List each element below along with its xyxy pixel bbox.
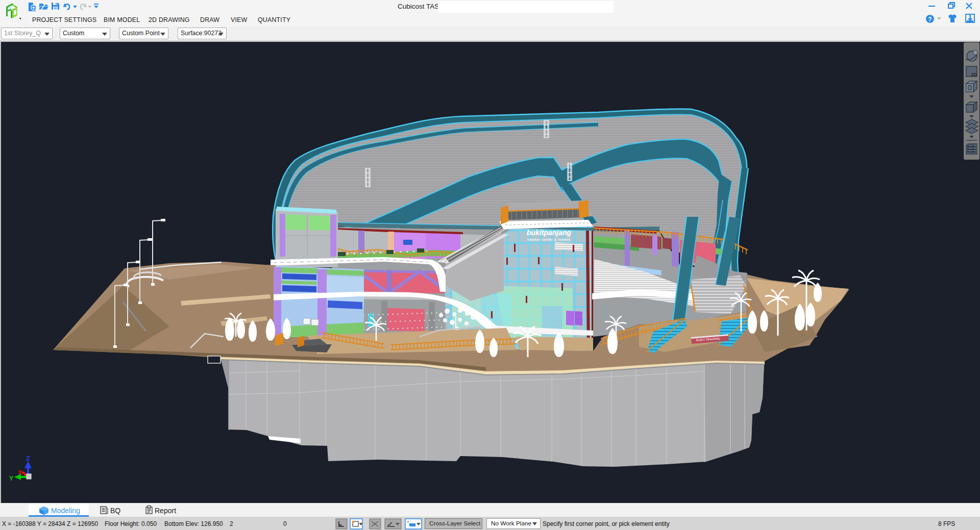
- svg-text:?: ?: [928, 16, 932, 23]
- svg-text:2D: 2D: [971, 72, 977, 77]
- svg-text:BQ: BQ: [110, 507, 120, 515]
- svg-text:bukitpanjang: bukitpanjang: [527, 229, 572, 237]
- svg-text:Z: Z: [26, 455, 30, 462]
- svg-text:Report: Report: [155, 507, 176, 515]
- svg-text:Y: Y: [9, 474, 14, 482]
- svg-text:X: X: [18, 469, 22, 475]
- svg-text:hawker center & market: hawker center & market: [527, 237, 571, 242]
- svg-text:Modeling: Modeling: [51, 507, 80, 515]
